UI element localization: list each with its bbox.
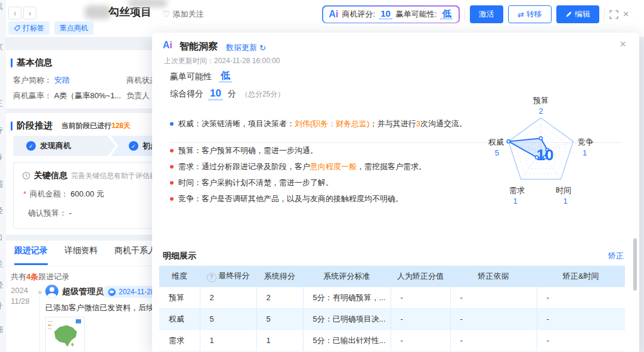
top-actions: Ai 商机评分: 10 赢单可能性: 低 激活 ⇄ 转移 编辑 × (322, 5, 629, 23)
fullscreen-button[interactable] (609, 10, 618, 19)
modal-scrollbar[interactable] (633, 238, 637, 291)
bullet-dot (170, 149, 174, 152)
fullscreen-icon (609, 10, 618, 19)
divider (604, 9, 605, 20)
sidebar-fragment: 三 (0, 98, 3, 109)
detail-table: 维度?最终得分系统得分系统评分标准人为矫正分值矫正依据矫正&时间预算225分：有… (159, 266, 625, 351)
radar-axis-label: 竞争 (578, 138, 593, 147)
activate-button[interactable]: 激活 (470, 5, 503, 23)
sidebar-fragment: 端 (0, 179, 3, 189)
radar-chart: 预算2竞争1时间1需求1权威510 (481, 86, 609, 220)
key-opportunity-badge[interactable]: 重点商机 (54, 21, 94, 35)
edit-button[interactable]: 编辑 (556, 5, 599, 23)
last-updated: 上次更新时间：2024-11-28 16:00:00 (164, 56, 280, 66)
table-cell: 5分：已明确项目决... (303, 309, 391, 330)
radar-axis-value: 1 (563, 197, 567, 205)
insight-bullet: 需求：通过分析跟进记录及阶段，客户意向程度一般，需挖掘客户需求。 (170, 161, 495, 177)
edit-label: 编辑 (575, 9, 590, 20)
redacted-text (85, 5, 111, 19)
sidebar-fragment: 口 (0, 232, 3, 243)
radar-axis-value: 1 (513, 197, 517, 205)
radar-data-point (539, 137, 542, 140)
add-tag-button[interactable]: 打标签 (8, 21, 49, 35)
detail-section-title: 明细展示 (163, 251, 196, 261)
activate-label: 激活 (479, 9, 494, 20)
total-score: 综合得分 10 分 （总分25分） (170, 88, 284, 101)
win-value: 低 (440, 9, 453, 20)
score-value: 10 (379, 9, 392, 20)
bullet-dot (170, 165, 174, 169)
title-bar (11, 122, 13, 130)
table-cell: 需求 (159, 330, 200, 351)
heart-icon: ♡ (162, 9, 170, 20)
timeline-year: 2024 (11, 286, 28, 295)
forward-button[interactable]: › (23, 7, 36, 20)
basic-info-title: 基本信息 (11, 57, 52, 68)
insight-bullet: 权威：决策链清晰，项目决策者：刘伟(职务：财务总监)；并与其进行3次沟通交流。 (170, 118, 495, 134)
edit-icon (565, 11, 572, 18)
table-cell: - (450, 287, 537, 309)
table-header: 人为矫正分值 (391, 266, 450, 287)
refresh-data-button[interactable]: 数据更新 ↻ (226, 42, 266, 53)
sidebar-fragment: 细 (0, 325, 3, 335)
add-follow-label: 添加关注 (172, 9, 203, 20)
help-icon[interactable]: ? (207, 273, 216, 282)
win-label: 赢单可能性: (396, 9, 437, 20)
transfer-label: 转移 (527, 9, 542, 20)
bullet-dot (170, 197, 174, 201)
radar-axis-value: 2 (538, 107, 543, 116)
step-discover[interactable]: ✓ 发现商机 (13, 136, 116, 156)
amount-field: * 商机金额： 600.00 元 (23, 189, 104, 200)
map-thumbnail[interactable] (45, 317, 85, 352)
radar-axis-value: 1 (583, 148, 587, 157)
sidebar-fragment: 经 (0, 205, 3, 216)
timeline-line (39, 297, 40, 352)
insight-bullet: 时间：客户采购计划不清楚，需进一步了解。 (170, 177, 495, 193)
divider (465, 9, 465, 20)
customer-link[interactable]: 安踏 (54, 76, 70, 85)
back-button[interactable]: ‹ (8, 7, 21, 20)
correct-link[interactable]: 矫正 (608, 251, 624, 261)
table-cell: - (450, 330, 537, 351)
add-follow-button[interactable]: ♡ 添加关注 (162, 9, 203, 20)
table-cell: 2 (200, 287, 256, 309)
table-row: 权威555分：已明确项目决...--- (159, 309, 625, 330)
tab-follow-records[interactable]: 跟进记录 (14, 245, 48, 265)
title-bar (11, 58, 13, 67)
sidebar-fragment: 京 (0, 42, 3, 52)
tag-icon (14, 25, 20, 32)
top-bar: ‹ › 勾丝项目 ♡ 添加关注 打标签 重点商机 Ai 商机评分: 10 (6, 0, 644, 37)
transfer-button[interactable]: ⇄ 转移 (508, 5, 552, 23)
key-opportunity-label: 重点商机 (60, 23, 88, 33)
table-header: ?最终得分 (200, 266, 256, 287)
sidebar-fragment: 升 (0, 301, 3, 311)
key-info-title: 关键信息 (34, 170, 67, 181)
close-page-button[interactable]: × (623, 8, 629, 20)
clipped-sidebar: 流京三寺春端经口关经升细 (0, 0, 6, 352)
close-icon: × (623, 8, 629, 20)
table-cell: - (391, 287, 450, 309)
sidebar-fragment: 流 (0, 1, 3, 12)
stage-title: 阶段推进 当前阶段已进行128天 (11, 120, 131, 132)
radar-data-point (507, 140, 510, 143)
table-cell: 5分：有明确预算，... (303, 287, 391, 309)
budget-field: 确认预算： - (28, 208, 72, 219)
timeline-date: 11/28 (11, 297, 30, 306)
table-cell: 5分：已输出针对性... (303, 330, 391, 351)
modal-close-button[interactable]: × (620, 38, 626, 51)
back-icon: ‹ (14, 8, 17, 18)
forward-icon: › (29, 8, 32, 18)
tab-bar: 跟进记录 详细资料 商机干系人 1 (14, 245, 163, 265)
stage-duration: 当前阶段已进行128天 (61, 121, 131, 131)
sidebar-fragment: 春 (0, 152, 3, 163)
table-cell: 预算 (159, 287, 200, 309)
timeline-user: 超级管理员 (62, 286, 104, 297)
win-rate-field: 商机赢率： A类（赢率80%~1... (13, 91, 121, 101)
ai-score-badge[interactable]: Ai 商机评分: 10 赢单可能性: 低 (322, 5, 460, 23)
avatar (45, 285, 58, 298)
total-score-value: 10 (208, 88, 223, 101)
records-summary: 共有4条跟进记录 (11, 272, 69, 282)
tab-details[interactable]: 详细资料 (64, 245, 98, 265)
customer-name-field: 客户简称： 安踏 (13, 75, 70, 86)
table-header: 系统得分 (256, 266, 303, 287)
